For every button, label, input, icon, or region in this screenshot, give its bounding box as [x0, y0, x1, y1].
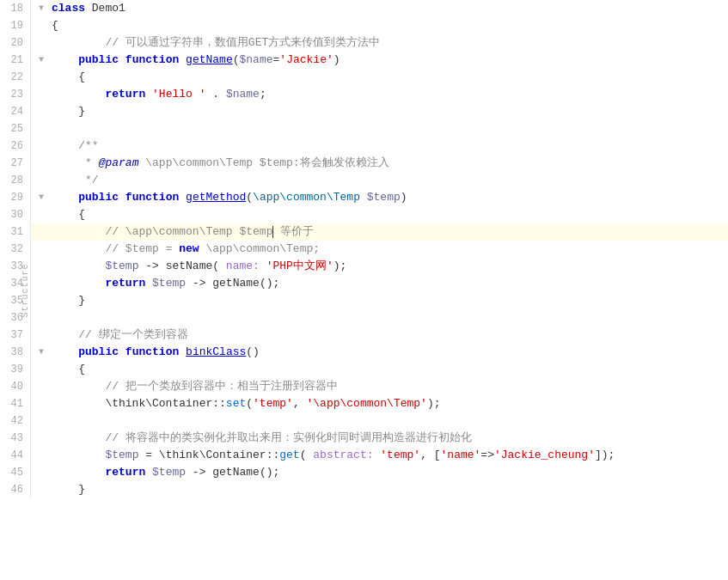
fold-20: [34, 34, 48, 52]
fold-46: [34, 481, 48, 498]
line-number-23: 23: [0, 86, 31, 103]
code-content-42: [48, 412, 728, 430]
fold-42: [34, 412, 48, 430]
code-content-22: {: [48, 69, 728, 86]
code-line-26: 26 /**: [0, 137, 728, 155]
fold-43: [34, 430, 48, 447]
code-editor: 18 ▼ class Demo1 19 { 20 // 可以通过字符串，数值用G…: [0, 0, 728, 580]
code-content-30: {: [48, 206, 728, 223]
code-line-22: 22 {: [0, 69, 728, 86]
line-number-18: 18: [0, 0, 31, 17]
code-content-32: // $temp = new \app\common\Temp;: [48, 241, 728, 258]
code-content-18: class Demo1: [48, 0, 728, 17]
fold-41: [34, 395, 48, 412]
line-number-44: 44: [0, 447, 31, 464]
code-line-38: 38 ▼ public function binkClass(): [0, 344, 728, 361]
code-content-45: return $temp -> getName();: [48, 464, 728, 481]
code-line-23: 23 return 'Hello ' . $name;: [0, 86, 728, 103]
line-number-32: 32: [0, 241, 31, 258]
line-number-28: 28: [0, 172, 31, 189]
code-content-36: [48, 309, 728, 327]
code-line-44: 44 $temp = \think\Container::get( abstra…: [0, 447, 728, 464]
fold-21[interactable]: ▼: [34, 52, 48, 69]
fold-44: [34, 447, 48, 464]
fold-28: [34, 172, 48, 189]
line-number-38: 38: [0, 344, 31, 361]
code-content-24: }: [48, 103, 728, 120]
code-line-32: 32 // $temp = new \app\common\Temp;: [0, 241, 728, 258]
code-line-31: 31 // \app\common\Temp $temp 等价于: [0, 223, 728, 241]
fold-31: [34, 223, 48, 241]
code-line-28: 28 */: [0, 172, 728, 189]
fold-38[interactable]: ▼: [34, 344, 48, 361]
code-line-27: 27 * @param \app\common\Temp $temp:将会触发依…: [0, 155, 728, 172]
line-number-24: 24: [0, 103, 31, 120]
fold-36: [34, 309, 48, 327]
code-content-34: return $temp -> getName();: [48, 275, 728, 292]
fold-23: [34, 86, 48, 103]
code-content-23: return 'Hello ' . $name;: [48, 86, 728, 103]
fold-29[interactable]: ▼: [34, 189, 48, 206]
code-line-30: 30 {: [0, 206, 728, 223]
fold-40: [34, 378, 48, 395]
code-content-31: // \app\common\Temp $temp 等价于: [48, 223, 728, 241]
code-content-35: }: [48, 292, 728, 309]
line-number-37: 37: [0, 327, 31, 344]
line-number-21: 21: [0, 52, 31, 69]
fold-18[interactable]: ▼: [34, 0, 48, 17]
code-content-27: * @param \app\common\Temp $temp:将会触发依赖注入: [48, 155, 728, 172]
code-line-18: 18 ▼ class Demo1: [0, 0, 728, 17]
fold-30: [34, 206, 48, 223]
code-line-40: 40 // 把一个类放到容器中：相当于注册到容器中: [0, 378, 728, 395]
line-number-42: 42: [0, 412, 31, 430]
code-content-43: // 将容器中的类实例化并取出来用：实例化时同时调用构造器进行初始化: [48, 430, 728, 447]
line-number-41: 41: [0, 395, 31, 412]
fold-45: [34, 464, 48, 481]
code-line-43: 43 // 将容器中的类实例化并取出来用：实例化时同时调用构造器进行初始化: [0, 430, 728, 447]
code-content-39: {: [48, 361, 728, 378]
line-number-26: 26: [0, 137, 31, 155]
fold-24: [34, 103, 48, 120]
line-number-20: 20: [0, 34, 31, 52]
fold-34: [34, 275, 48, 292]
code-line-35: 35 }: [0, 292, 728, 309]
line-number-39: 39: [0, 361, 31, 378]
code-line-36: 36: [0, 309, 728, 327]
fold-26: [34, 137, 48, 155]
code-line-45: 45 return $temp -> getName();: [0, 464, 728, 481]
code-content-26: /**: [48, 137, 728, 155]
code-content-29: public function getMethod(\app\common\Te…: [48, 189, 728, 206]
side-label-structure: Structure: [21, 263, 30, 317]
line-number-30: 30: [0, 206, 31, 223]
code-line-21: 21 ▼ public function getName($name='Jack…: [0, 52, 728, 69]
code-line-37: 37 // 绑定一个类到容器: [0, 327, 728, 344]
code-content-40: // 把一个类放到容器中：相当于注册到容器中: [48, 378, 728, 395]
code-line-46: 46 }: [0, 481, 728, 498]
fold-35: [34, 292, 48, 309]
code-content-38: public function binkClass(): [48, 344, 728, 361]
line-number-27: 27: [0, 155, 31, 172]
fold-25: [34, 120, 48, 137]
fold-32: [34, 241, 48, 258]
code-line-25: 25: [0, 120, 728, 137]
code-content-37: // 绑定一个类到容器: [48, 327, 728, 344]
code-line-33: 33 $temp -> setName( name: 'PHP中文网');: [0, 258, 728, 275]
fold-27: [34, 155, 48, 172]
code-content-25: [48, 120, 728, 137]
code-line-19: 19 {: [0, 17, 728, 34]
code-content-19: {: [48, 17, 728, 34]
code-content-41: \think\Container::set('temp', '\app\comm…: [48, 395, 728, 412]
line-number-46: 46: [0, 481, 31, 498]
code-line-24: 24 }: [0, 103, 728, 120]
line-number-40: 40: [0, 378, 31, 395]
code-content-28: */: [48, 172, 728, 189]
fold-19: [34, 17, 48, 34]
code-line-29: 29 ▼ public function getMethod(\app\comm…: [0, 189, 728, 206]
fold-33: [34, 258, 48, 275]
code-area: 18 ▼ class Demo1 19 { 20 // 可以通过字符串，数值用G…: [0, 0, 728, 498]
code-line-34: 34 return $temp -> getName();: [0, 275, 728, 292]
fold-39: [34, 361, 48, 378]
line-number-22: 22: [0, 69, 31, 86]
line-number-43: 43: [0, 430, 31, 447]
code-content-21: public function getName($name='Jackie'): [48, 52, 728, 69]
